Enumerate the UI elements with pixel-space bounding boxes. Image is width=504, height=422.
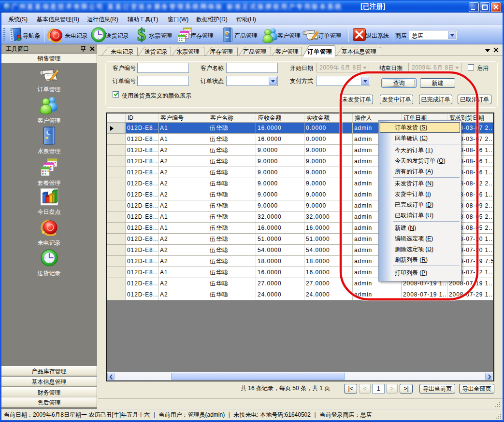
svg-text:$: $ (137, 27, 146, 43)
